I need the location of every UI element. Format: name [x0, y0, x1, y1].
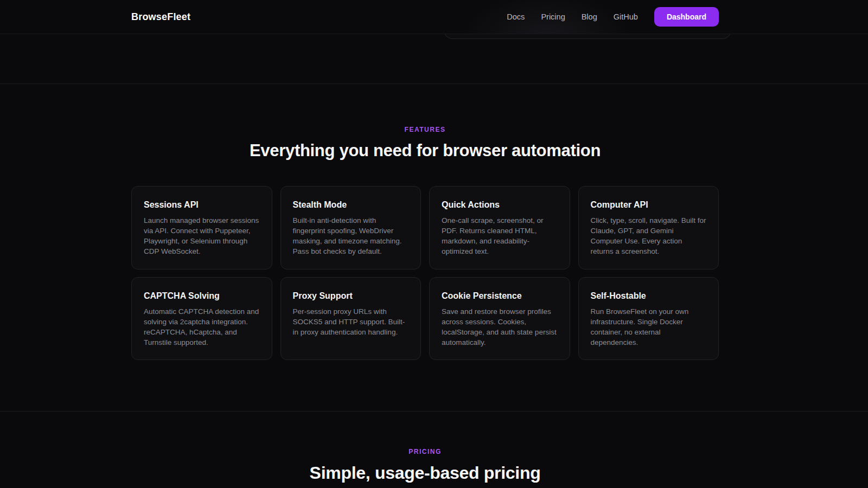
feature-card-description: Click, type, scroll, navigate. Built for…: [591, 215, 707, 257]
nav-link-blog[interactable]: Blog: [582, 12, 597, 21]
nav-links: Docs Pricing Blog GitHub Dashboard: [507, 7, 719, 27]
feature-card-proxy-support: Proxy Support Per-session proxy URLs wit…: [280, 277, 422, 361]
feature-card-title: Proxy Support: [293, 291, 409, 301]
feature-card-title: Cookie Persistence: [442, 291, 558, 301]
nav-link-pricing[interactable]: Pricing: [541, 12, 565, 21]
feature-card-self-hostable: Self-Hostable Run BrowseFleet on your ow…: [578, 277, 719, 361]
feature-card-title: Stealth Mode: [293, 200, 409, 210]
feature-card-title: Self-Hostable: [591, 291, 707, 301]
feature-card-description: Save and restore browser profiles across…: [442, 306, 558, 348]
nav-link-github[interactable]: GitHub: [614, 12, 638, 21]
feature-card-description: Automatic CAPTCHA detection and solving …: [144, 306, 260, 348]
feature-card-description: Launch managed browser sessions via API.…: [144, 215, 260, 257]
feature-card-captcha-solving: CAPTCHA Solving Automatic CAPTCHA detect…: [131, 277, 272, 361]
feature-card-title: Sessions API: [144, 200, 260, 210]
feature-card-description: Per-session proxy URLs with SOCKS5 and H…: [293, 306, 409, 337]
feature-cards-grid: Sessions API Launch managed browser sess…: [131, 186, 719, 360]
feature-card-title: CAPTCHA Solving: [144, 291, 260, 301]
feature-card-stealth-mode: Stealth Mode Built-in anti-detection wit…: [280, 186, 422, 269]
top-nav-bar: BrowseFleet Docs Pricing Blog GitHub Das…: [0, 0, 868, 34]
features-eyebrow: FEATURES: [131, 126, 719, 133]
feature-card-computer-api: Computer API Click, type, scroll, naviga…: [578, 186, 719, 269]
feature-card-cookie-persistence: Cookie Persistence Save and restore brow…: [429, 277, 570, 361]
pricing-heading: Simple, usage-based pricing: [131, 463, 719, 483]
feature-card-quick-actions: Quick Actions One-call scrape, screensho…: [429, 186, 570, 269]
feature-card-sessions-api: Sessions API Launch managed browser sess…: [131, 186, 272, 269]
features-section: FEATURES Everything you need for browser…: [0, 84, 868, 411]
feature-card-description: Run BrowseFleet on your own infrastructu…: [591, 306, 707, 348]
pricing-eyebrow: PRICING: [131, 448, 719, 455]
pricing-section: PRICING Simple, usage-based pricing: [0, 411, 868, 488]
brand-logo[interactable]: BrowseFleet: [131, 11, 190, 23]
feature-card-title: Computer API: [591, 200, 707, 210]
feature-card-title: Quick Actions: [442, 200, 558, 210]
hero-section-bottom: [0, 34, 868, 84]
feature-card-description: One-call scrape, screenshot, or PDF. Ret…: [442, 215, 558, 257]
nav-link-docs[interactable]: Docs: [507, 12, 525, 21]
features-heading: Everything you need for browser automati…: [131, 141, 719, 160]
dashboard-button[interactable]: Dashboard: [654, 7, 719, 27]
feature-card-description: Built-in anti-detection with fingerprint…: [293, 215, 409, 257]
